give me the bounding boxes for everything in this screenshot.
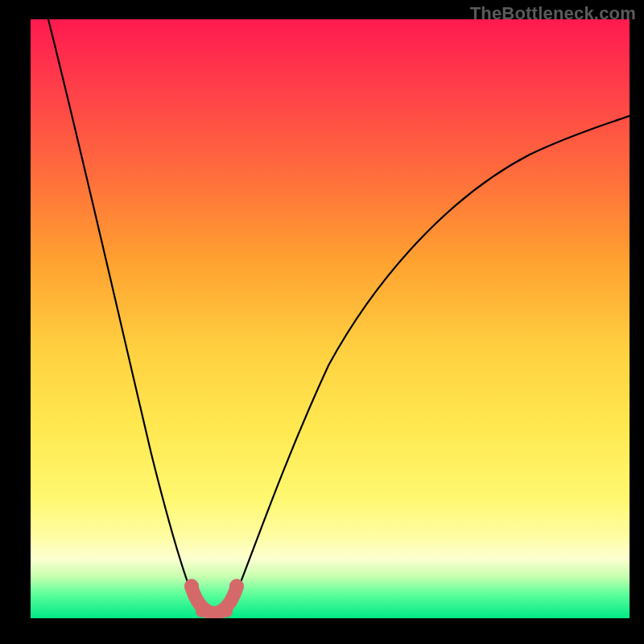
curve-layer [31, 19, 630, 618]
valley-marker-dot-right [229, 579, 244, 593]
left-branch-curve [48, 19, 198, 609]
valley-marker-dot-midright [220, 605, 233, 617]
valley-marker-dot-left [184, 579, 199, 593]
valley-marker-dot-midleft [196, 605, 208, 617]
right-branch-curve [230, 116, 630, 609]
chart-frame: TheBottleneck.com [0, 0, 644, 644]
plot-area [31, 19, 630, 618]
watermark-text: TheBottleneck.com [470, 3, 636, 24]
